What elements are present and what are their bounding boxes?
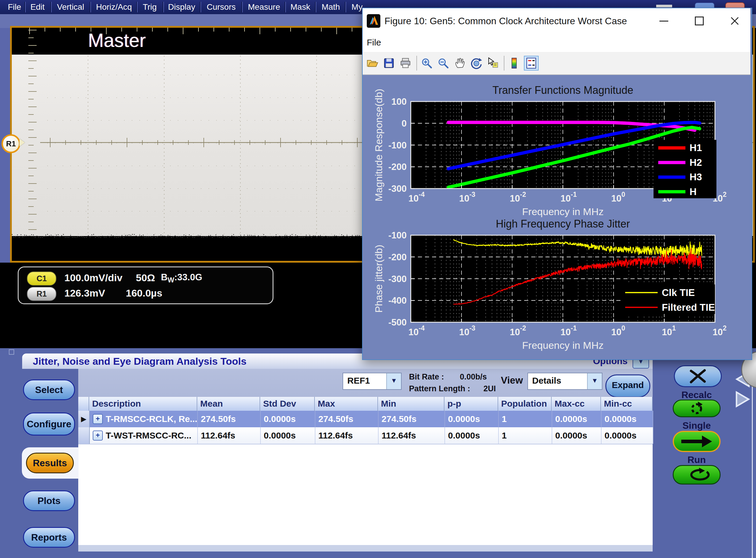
channel-badge-c1[interactable]: C1: [27, 272, 56, 286]
menu-item-math[interactable]: Math: [322, 0, 340, 14]
sidebar-button-plots[interactable]: Plots: [23, 490, 75, 511]
table-cell: 0.0000s: [445, 427, 499, 444]
figure-menu-file[interactable]: File: [367, 34, 381, 51]
svg-text:H2: H2: [689, 157, 702, 168]
svg-text:100: 100: [611, 191, 625, 204]
column-header-gutter[interactable]: [78, 397, 89, 411]
close-button[interactable]: [723, 8, 747, 34]
source-selector-value: REF1: [343, 373, 386, 389]
single-button[interactable]: [673, 431, 721, 452]
menu-item-vertical[interactable]: Vertical: [57, 0, 84, 14]
data-cursor-icon[interactable]: [486, 56, 500, 70]
sidebar-button-results[interactable]: Results: [26, 453, 74, 473]
run-button[interactable]: [673, 465, 721, 484]
figure-window[interactable]: Figure 10: Gen5: Common Clock Architectu…: [362, 8, 752, 360]
open-icon[interactable]: [366, 56, 379, 70]
menu-item-trig[interactable]: Trig: [143, 0, 156, 14]
table-row[interactable]: +T-WST-RMSCC-RC...112.64fs0.0000s112.64f…: [78, 427, 653, 445]
panel-grip-icon[interactable]: [9, 349, 14, 355]
sidebar-button-configure[interactable]: Configure: [23, 412, 75, 435]
chevron-down-icon[interactable]: ▼: [587, 373, 602, 389]
toolbar-separator: [504, 56, 504, 71]
pan-icon[interactable]: [453, 56, 467, 70]
column-header-Min[interactable]: Min: [378, 397, 444, 411]
svg-text:Filtered TIE: Filtered TIE: [662, 302, 715, 313]
menu-separator: [25, 2, 26, 12]
menu-item-edit[interactable]: Edit: [30, 0, 45, 14]
column-header-p-p[interactable]: p-p: [444, 397, 498, 411]
readout-value: 50Ω: [136, 272, 155, 284]
table-cell: 274.50fs: [315, 411, 379, 427]
channel-badge-r1[interactable]: R1: [27, 287, 56, 301]
svg-text:Frequency in MHz: Frequency in MHz: [522, 340, 604, 351]
analysis-panel: Jitter, Noise and Eye Diagram Analysis T…: [0, 348, 756, 558]
column-header-Max[interactable]: Max: [315, 397, 378, 411]
svg-text:102: 102: [713, 324, 727, 337]
sidebar-button-select[interactable]: Select: [23, 379, 75, 400]
save-icon[interactable]: [382, 56, 396, 70]
menu-item-mask[interactable]: Mask: [291, 0, 310, 14]
clear-x-icon: [687, 369, 708, 384]
figure-menu-bar: File: [363, 34, 750, 53]
single-arrow-icon: [679, 435, 714, 448]
svg-text:10-3: 10-3: [459, 191, 475, 204]
menu-separator: [285, 2, 286, 12]
row-expander-icon[interactable]: +: [93, 431, 103, 440]
view-selector-value: Details: [528, 373, 587, 389]
figure-canvas: 10-410-310-210-11001011021000-100-200-30…: [363, 75, 750, 359]
waveform-view-label: Master: [88, 29, 146, 51]
next-arrow-icon[interactable]: [735, 391, 751, 408]
print-icon[interactable]: [399, 56, 412, 70]
column-header-Description[interactable]: Description: [89, 397, 197, 411]
legend-icon[interactable]: [524, 56, 539, 71]
menu-item-cursors[interactable]: Cursors: [207, 0, 236, 14]
menu-separator: [51, 2, 52, 12]
bit-rate-value: 0.00b/s: [460, 372, 487, 382]
table-scrollbar[interactable]: [78, 545, 653, 552]
svg-text:-300: -300: [388, 274, 407, 284]
r1-marker-arrow-icon: [20, 139, 25, 146]
expand-button[interactable]: Expand: [605, 375, 650, 398]
column-header-Max-cc[interactable]: Max-cc: [552, 397, 601, 411]
menu-item-measure[interactable]: Measure: [248, 0, 280, 14]
menu-item-file[interactable]: File: [8, 0, 21, 14]
maximize-button[interactable]: [687, 8, 711, 34]
column-header-Population[interactable]: Population: [498, 397, 552, 411]
clear-button[interactable]: [674, 365, 722, 387]
rotate-3d-icon[interactable]: [469, 56, 483, 70]
view-selector[interactable]: Details ▼: [528, 373, 603, 390]
table-cell: 112.64fs: [379, 427, 445, 444]
channel-readout-panel[interactable]: C1100.0mV/div50ΩBW:33.0GR1126.3mV160.0µs: [18, 267, 273, 304]
column-header-Mean[interactable]: Mean: [197, 397, 260, 411]
minimize-button[interactable]: [652, 8, 676, 34]
svg-text:-200: -200: [388, 162, 407, 172]
zoom-out-icon[interactable]: [437, 56, 450, 70]
menu-item-horiz-acq[interactable]: Horiz/Acq: [96, 0, 132, 14]
colorbar-icon[interactable]: [507, 56, 521, 70]
table-row[interactable]: ▶+T-RMSCC-RCLK, Re...274.50fs0.0000s274.…: [78, 411, 653, 427]
sidebar-button-reports[interactable]: Reports: [23, 527, 75, 548]
row-expander-icon[interactable]: +: [93, 414, 103, 424]
source-selector[interactable]: REF1 ▼: [343, 373, 401, 390]
svg-text:Magnitude Response(db): Magnitude Response(db): [373, 89, 384, 202]
chevron-down-icon[interactable]: ▼: [386, 373, 401, 389]
figure-title-bar[interactable]: Figure 10: Gen5: Common Clock Architectu…: [363, 8, 750, 34]
readout-row-c1: C1100.0mV/div50ΩBW:33.0G: [19, 272, 273, 285]
readout-value: 160.0µs: [126, 287, 163, 299]
results-table[interactable]: DescriptionMeanStd DevMaxMinp-pPopulatio…: [78, 397, 653, 545]
column-header-Std Dev[interactable]: Std Dev: [260, 397, 315, 411]
run-loop-icon: [682, 468, 711, 482]
menu-item-my[interactable]: My: [351, 0, 362, 14]
recalc-button[interactable]: [673, 400, 721, 417]
table-cell: 0.0000s: [602, 427, 653, 444]
column-header-Min-cc[interactable]: Min-cc: [601, 397, 653, 411]
r1-reference-marker[interactable]: R1: [1, 134, 20, 153]
toolbar-separator: [416, 56, 417, 71]
svg-text:Transfer Functions Magnitude: Transfer Functions Magnitude: [493, 84, 633, 96]
svg-text:10-2: 10-2: [510, 191, 526, 204]
svg-text:-400: -400: [388, 295, 407, 306]
zoom-in-icon[interactable]: [420, 56, 434, 70]
menu-item-display[interactable]: Display: [168, 0, 195, 14]
view-label: View: [501, 375, 523, 386]
table-cell: 0.0000s: [552, 427, 602, 444]
